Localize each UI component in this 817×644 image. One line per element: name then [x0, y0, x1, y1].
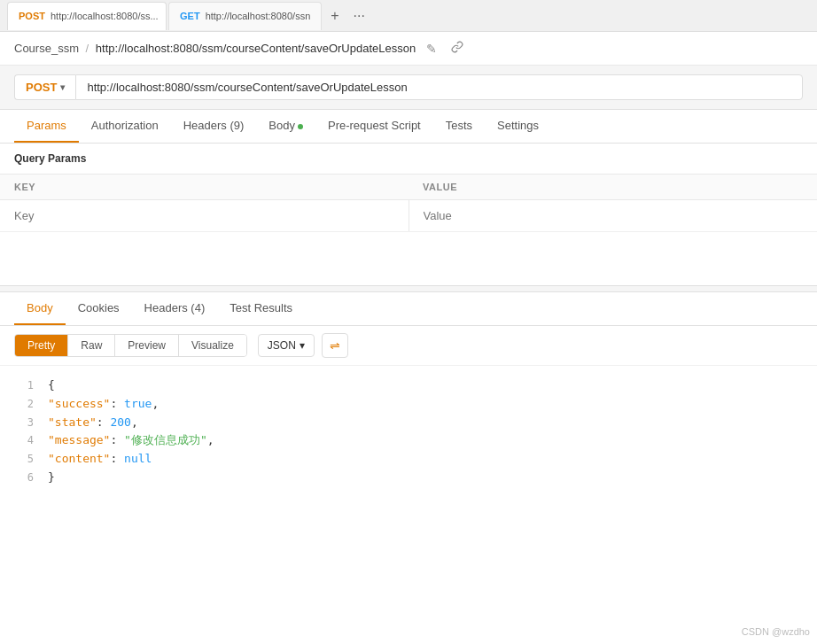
breadcrumb-link[interactable]: Course_ssm	[14, 42, 79, 55]
value-input[interactable]	[424, 209, 804, 222]
line-number: 1	[7, 376, 34, 394]
code-line-2: 2 "success": true,	[0, 395, 817, 414]
request-url-bar: POST ▾	[0, 66, 817, 110]
tab-params[interactable]: Params	[14, 110, 79, 143]
table-row	[0, 200, 817, 232]
col-key-header: KEY	[0, 175, 408, 200]
method-selector[interactable]: POST ▾	[14, 74, 75, 100]
tab-settings[interactable]: Settings	[485, 110, 551, 143]
line-number: 4	[7, 431, 34, 449]
code-content: "message": "修改信息成功",	[48, 431, 810, 450]
json-format-selector[interactable]: JSON ▾	[258, 334, 315, 357]
query-params-label: Query Params	[0, 144, 817, 174]
line-number: 5	[7, 450, 34, 468]
section-divider	[0, 285, 817, 292]
breadcrumb: Course_ssm / http://localhost:8080/ssm/c…	[14, 42, 416, 55]
wrap-toggle-button[interactable]: ⇌	[322, 333, 348, 358]
body-dot-indicator	[298, 124, 303, 129]
format-tab-visualize[interactable]: Visualize	[178, 335, 246, 356]
tab-body[interactable]: Body	[256, 110, 315, 143]
method-label: POST	[26, 81, 57, 94]
url-input[interactable]	[75, 74, 803, 100]
json-format-label: JSON	[268, 339, 296, 352]
address-bar: Course_ssm / http://localhost:8080/ssm/c…	[0, 32, 817, 66]
format-toolbar: Pretty Raw Preview Visualize JSON ▾ ⇌	[0, 326, 817, 366]
response-tab-cookies[interactable]: Cookies	[66, 292, 132, 325]
format-tabs: Pretty Raw Preview Visualize	[14, 334, 247, 357]
spacer	[0, 232, 817, 285]
response-tabs-nav: Body Cookies Headers (4) Test Results	[0, 292, 817, 326]
json-format-chevron-icon: ▾	[300, 339, 305, 352]
code-line-5: 5 "content": null	[0, 450, 817, 469]
tab-get-method: GET	[180, 11, 200, 21]
tab-get[interactable]: GET http://localhost:8080/ssn	[168, 2, 322, 30]
format-tab-pretty[interactable]: Pretty	[15, 335, 67, 356]
col-value-header: VALUE	[408, 175, 817, 200]
request-tabs-nav: Params Authorization Headers (9) Body Pr…	[0, 110, 817, 144]
code-content: }	[48, 469, 810, 487]
tab-bar: POST http://localhost:8080/ss... GET htt…	[0, 0, 817, 32]
edit-request-button[interactable]: ✎	[423, 40, 440, 58]
tab-tests[interactable]: Tests	[433, 110, 485, 143]
new-tab-button[interactable]: +	[327, 4, 342, 27]
code-line-3: 3 "state": 200,	[0, 414, 817, 432]
code-content: "success": true,	[48, 395, 810, 414]
key-input[interactable]	[14, 209, 394, 222]
tab-authorization[interactable]: Authorization	[79, 110, 171, 143]
more-tabs-button[interactable]: ···	[350, 4, 369, 27]
breadcrumb-current-url: http://localhost:8080/ssm/courseContent/…	[96, 42, 416, 55]
code-line-1: 1 {	[0, 376, 817, 395]
code-content: {	[48, 376, 810, 395]
tab-get-url: http://localhost:8080/ssn	[206, 11, 311, 21]
method-chevron-icon: ▾	[60, 82, 65, 92]
code-line-4: 4 "message": "修改信息成功",	[0, 431, 817, 450]
code-content: "content": null	[48, 450, 810, 469]
response-tab-body[interactable]: Body	[14, 292, 66, 325]
params-table: KEY VALUE	[0, 174, 817, 232]
breadcrumb-separator: /	[86, 42, 89, 55]
code-line-6: 6 }	[0, 469, 817, 487]
line-number: 3	[7, 414, 34, 431]
tab-post[interactable]: POST http://localhost:8080/ss...	[7, 2, 167, 30]
response-tab-test-results[interactable]: Test Results	[217, 292, 305, 325]
format-tab-raw[interactable]: Raw	[67, 335, 114, 356]
line-number: 2	[7, 395, 34, 413]
code-content: "state": 200,	[48, 414, 810, 432]
code-view: 1 { 2 "success": true, 3 "state": 200, 4…	[0, 366, 817, 498]
format-tab-preview[interactable]: Preview	[114, 335, 178, 356]
copy-link-button[interactable]	[447, 39, 467, 58]
tab-pre-request-script[interactable]: Pre-request Script	[315, 110, 433, 143]
tab-headers[interactable]: Headers (9)	[171, 110, 257, 143]
tab-post-url: http://localhost:8080/ss...	[51, 11, 159, 21]
line-number: 6	[7, 469, 34, 486]
response-tab-headers[interactable]: Headers (4)	[132, 292, 218, 325]
tab-actions: + ···	[327, 4, 369, 27]
tab-post-method: POST	[19, 11, 45, 21]
